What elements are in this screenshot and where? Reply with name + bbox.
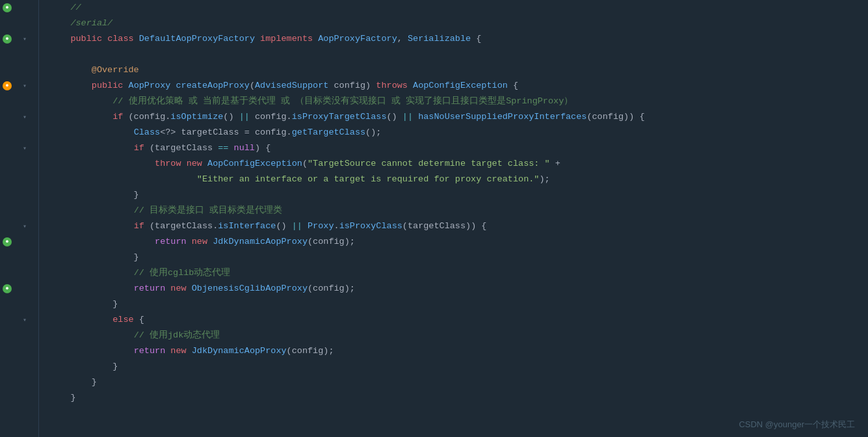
code-content: // /serial/ public class DefaultAopProxy… (39, 0, 868, 437)
code-token: else (112, 312, 133, 328)
fold-arrow-10[interactable]: ▾ (23, 144, 27, 152)
gutter-row-23 (0, 343, 38, 359)
code-token: config) (328, 78, 376, 94)
code-token: config. (250, 109, 292, 125)
code-token: (config); (287, 343, 334, 359)
gutter-row-26 (0, 390, 38, 406)
line-gutter: ● ● ▾ ● ▾ (0, 0, 39, 437)
code-line-25: } (49, 375, 868, 390)
code-token (49, 312, 112, 328)
code-token: } (49, 375, 97, 390)
fold-arrow-21[interactable]: ▾ (23, 316, 27, 324)
fold-arrow-3[interactable]: ▾ (23, 35, 27, 43)
code-token (49, 203, 134, 218)
gutter-row-17 (0, 250, 38, 265)
code-token: ) { (255, 140, 270, 156)
code-token: new (170, 281, 186, 297)
code-line-18: // 使用cglib动态代理 (49, 265, 868, 281)
code-token: Proxy (308, 218, 334, 234)
gutter-row-6: ● ▾ (0, 78, 38, 94)
code-token: isInterface (218, 218, 276, 234)
code-token (187, 281, 192, 297)
code-token: { (471, 31, 481, 47)
code-token: () (276, 218, 291, 234)
code-line-9: Class<?> targetClass = config.getTargetC… (49, 125, 868, 140)
code-line-20: } (49, 297, 868, 312)
code-token: if (112, 109, 123, 125)
code-token (207, 234, 213, 250)
code-token: // 目标类是接口 或目标类是代理类 (134, 203, 282, 218)
code-token: // 使用cglib动态代理 (134, 265, 231, 281)
code-token: || (239, 109, 250, 125)
gutter-row-14 (0, 203, 38, 218)
code-token: || (292, 218, 302, 234)
code-token: ( (250, 78, 255, 94)
code-token: public (70, 31, 102, 47)
code-token: AopConfigException (413, 78, 508, 94)
code-token (49, 234, 155, 250)
gutter-row-11 (0, 156, 38, 172)
code-token (49, 78, 92, 94)
code-token: Class (134, 125, 161, 140)
code-token (313, 31, 318, 47)
code-token: } (49, 187, 139, 203)
gutter-row-9 (0, 125, 38, 140)
code-token (165, 281, 170, 297)
code-token (49, 156, 155, 172)
code-line-1: // (49, 0, 868, 16)
code-token (49, 281, 134, 297)
gutter-icon-3: ● (3, 34, 12, 44)
code-line-24: } (49, 359, 868, 375)
code-token (49, 172, 197, 187)
gutter-row-21: ▾ (0, 312, 38, 328)
code-token: public (92, 78, 124, 94)
code-token: isProxyClass (339, 218, 402, 234)
code-line-4 (49, 47, 868, 62)
code-token: // 使用jdk动态代理 (134, 328, 220, 343)
code-line-16: return new JdkDynamicAopProxy(config); (49, 234, 868, 250)
code-token: null (234, 140, 255, 156)
code-token: . (334, 218, 339, 234)
code-line-3: public class DefaultAopProxyFactory impl… (49, 31, 868, 47)
gutter-row-15: ▾ (0, 218, 38, 234)
gutter-row-13 (0, 187, 38, 203)
code-token: throw (155, 156, 181, 172)
code-token (49, 109, 112, 125)
code-line-14: // 目标类是接口 或目标类是代理类 (49, 203, 868, 218)
gutter-row-12 (0, 172, 38, 187)
gutter-row-16: ● (0, 234, 38, 250)
code-token: || (402, 109, 413, 125)
code-token: implements (260, 31, 313, 47)
fold-arrow-15[interactable]: ▾ (23, 222, 27, 230)
fold-arrow-6[interactable]: ▾ (23, 82, 27, 90)
code-token: + (550, 156, 560, 172)
code-token (408, 78, 413, 94)
code-token: DefaultAopProxyFactory (139, 31, 255, 47)
code-token: AopProxyFactory (318, 31, 397, 47)
code-token (49, 31, 70, 47)
gutter-row-7 (0, 94, 38, 109)
gutter-row-25 (0, 375, 38, 390)
code-line-15: if (targetClass.isInterface() || Proxy.i… (49, 218, 868, 234)
gutter-row-10: ▾ (0, 140, 38, 156)
code-token (181, 156, 187, 172)
code-token: (config. (123, 109, 170, 125)
code-token: () (387, 109, 402, 125)
code-token: new (170, 343, 186, 359)
code-token: isProxyTargetClass (292, 109, 387, 125)
gutter-row-2 (0, 16, 38, 31)
gutter-row-18 (0, 265, 38, 281)
code-token: ObjenesisCglibAopProxy (192, 281, 308, 297)
code-token (170, 78, 176, 94)
code-token (49, 47, 55, 62)
code-token (255, 31, 260, 47)
fold-arrow-8[interactable]: ▾ (23, 113, 27, 121)
code-token: if (134, 140, 144, 156)
gutter-icon-6: ● (3, 81, 12, 90)
code-token (187, 343, 192, 359)
code-token (202, 156, 207, 172)
code-token: == (218, 140, 228, 156)
code-token: if (134, 218, 144, 234)
code-token: JdkDynamicAopProxy (192, 343, 287, 359)
gutter-icon-19: ● (3, 284, 12, 293)
